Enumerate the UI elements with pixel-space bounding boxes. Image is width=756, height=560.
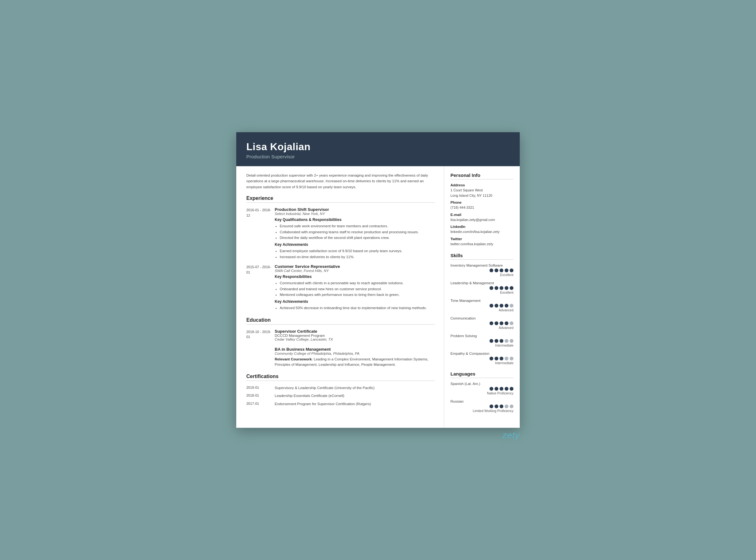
- language-dot: [489, 387, 493, 391]
- right-column: Personal Info Address 1 Court Square Wes…: [444, 166, 520, 428]
- list-item: Increased on-time deliveries to clients …: [280, 254, 435, 260]
- skill-dot: [510, 321, 513, 325]
- language-name: Russian: [450, 399, 513, 403]
- resume-body: Detail-oriented production supervisor wi…: [236, 166, 520, 428]
- skill-level: Intermediate: [450, 361, 513, 365]
- skill-dot: [495, 321, 498, 325]
- skill-dot: [489, 339, 493, 343]
- education-section: Education 2018-10 - 2019-01 Supervisor C…: [246, 317, 435, 368]
- address-label: Address: [450, 183, 513, 187]
- exp-qualifications-label-2: Key Responsibilities: [275, 275, 435, 279]
- skill-dot: [500, 357, 503, 360]
- language-dot: [510, 404, 513, 408]
- skills-list: Inventory Management SoftwareExcellentLe…: [450, 263, 513, 365]
- skill-dots: [450, 339, 513, 343]
- languages-list: Spanish (Lat. Am.)Native ProficiencyRuss…: [450, 382, 513, 413]
- skill-dot: [505, 286, 508, 290]
- exp-qualifications-label-1: Key Qualifications & Responsibilities: [275, 218, 435, 222]
- skill-item: Time ManagementAdvanced: [450, 299, 513, 312]
- exp-achievements-label-1: Key Achievements: [275, 242, 435, 247]
- list-item: Mentored colleagues with performance iss…: [280, 292, 435, 298]
- cert-text-1: Supervisory & Leadership Certificate (Un…: [275, 385, 435, 391]
- languages-title: Languages: [450, 371, 513, 378]
- skill-dot: [510, 286, 513, 290]
- languages-section: Languages Spanish (Lat. Am.)Native Profi…: [450, 371, 513, 413]
- skill-dot: [510, 268, 513, 272]
- edu-program-1: DCCCD Management Program: [275, 334, 435, 337]
- exp-content-2: Customer Service Representative SWA Call…: [275, 264, 435, 311]
- skill-name: Empathy & Compassion: [450, 352, 513, 355]
- edu-degree-1: Supervisor Certificate: [275, 329, 435, 334]
- phone-value: (718) 444-3321: [450, 205, 513, 210]
- language-dot: [510, 387, 513, 391]
- skill-level: Excellent: [450, 273, 513, 277]
- education-section-title: Education: [246, 317, 435, 324]
- skill-dot: [510, 357, 513, 360]
- skill-dot: [510, 339, 513, 343]
- skill-dot: [489, 268, 493, 272]
- edu-content-1: Supervisor Certificate DCCCD Management …: [275, 329, 435, 342]
- cert-date-3: 2017-01: [246, 401, 275, 407]
- language-level: Native Proficiency: [450, 391, 513, 395]
- exp-qualifications-list-1: Ensured safe work environment for team m…: [275, 223, 435, 240]
- skill-dot: [495, 304, 498, 307]
- exp-achievements-label-2: Key Achievements: [275, 299, 435, 304]
- skill-dot: [500, 268, 503, 272]
- skill-item: Leadership & ManagementExcellent: [450, 281, 513, 294]
- skill-dots: [450, 286, 513, 290]
- experience-item-1: 2016-01 - 2018-12 Production Shift Super…: [246, 207, 435, 260]
- edu-school-2: Community College of Philadelphia, Phila…: [275, 352, 435, 355]
- language-dot: [495, 404, 498, 408]
- skill-dot: [495, 357, 498, 360]
- skill-dots: [450, 321, 513, 325]
- list-item: Earned employee satisfaction score of 9.…: [280, 248, 435, 254]
- resume-header: Lisa Kojalian Production Supervisor: [236, 132, 520, 166]
- skill-dot: [500, 304, 503, 307]
- list-item: Directed the daily workflow of the secon…: [280, 235, 435, 240]
- experience-section-title: Experience: [246, 196, 435, 203]
- skill-level: Advanced: [450, 308, 513, 312]
- exp-company-1: Select Industrial, New York, NY: [275, 212, 435, 216]
- language-dot: [505, 387, 508, 391]
- cert-item-2: 2018-01 Leadership Essentials Certificat…: [246, 393, 435, 399]
- twitter-value: twitter.com/lisa.kojalian.zety: [450, 241, 513, 247]
- language-dots: [450, 404, 513, 408]
- list-item: Collaborated with engineering teams staf…: [280, 229, 435, 235]
- list-item: Achieved 50% decrease in onboarding time…: [280, 305, 435, 311]
- left-column: Detail-oriented production supervisor wi…: [236, 166, 444, 428]
- skill-dot: [505, 339, 508, 343]
- cert-item-1: 2019-01 Supervisory & Leadership Certifi…: [246, 385, 435, 391]
- language-dot: [489, 404, 493, 408]
- skill-dot: [495, 339, 498, 343]
- skill-dot: [500, 321, 503, 325]
- language-name: Spanish (Lat. Am.): [450, 382, 513, 386]
- skill-item: Empathy & CompassionIntermediate: [450, 352, 513, 365]
- skill-dot: [505, 357, 508, 360]
- edu-content-2: BA in Business Management Community Coll…: [275, 347, 435, 368]
- candidate-title: Production Supervisor: [246, 154, 510, 159]
- language-dot: [500, 387, 503, 391]
- education-item-2: BA in Business Management Community Coll…: [246, 347, 435, 368]
- education-item-1: 2018-10 - 2019-01 Supervisor Certificate…: [246, 329, 435, 342]
- edu-school-1: Cedar Valley College, Lancaster, TX: [275, 337, 435, 341]
- skill-dots: [450, 357, 513, 360]
- skill-item: Inventory Management SoftwareExcellent: [450, 263, 513, 277]
- exp-qualifications-list-2: Communicated with clients in a personabl…: [275, 280, 435, 298]
- skill-dot: [489, 321, 493, 325]
- skill-dot: [500, 286, 503, 290]
- language-dot: [495, 387, 498, 391]
- skill-item: CommunicationAdvanced: [450, 316, 513, 329]
- exp-dates-2: 2015-07 - 2016-01: [246, 264, 275, 311]
- cert-date-1: 2019-01: [246, 385, 275, 391]
- email-label: E-mail: [450, 213, 513, 217]
- skill-dot: [489, 304, 493, 307]
- cert-text-3: Endorsement Program for Supervisor Certi…: [275, 401, 435, 407]
- exp-content-1: Production Shift Supervisor Select Indus…: [275, 207, 435, 260]
- personal-info-title: Personal Info: [450, 173, 513, 179]
- email-value: lisa.kojalian.zety@gmail.com: [450, 217, 513, 223]
- address-value: 1 Court Square West Long Island City, NY…: [450, 187, 513, 198]
- linkedin-value: linkedin.com/in/lisa.kojalian.zety: [450, 229, 513, 235]
- skill-dot: [510, 304, 513, 307]
- linkedin-label: LinkedIn: [450, 225, 513, 228]
- exp-dates-1: 2016-01 - 2018-12: [246, 207, 275, 260]
